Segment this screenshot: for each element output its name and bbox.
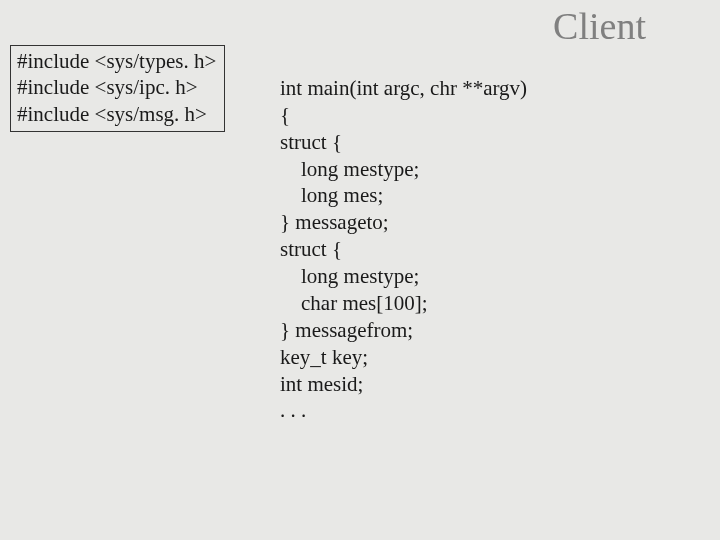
code-line: char mes[100]; [280, 291, 428, 315]
code-line: int mesid; [280, 372, 363, 396]
code-line: } messagefrom; [280, 318, 413, 342]
include-line: #include <sys/ipc. h> [17, 74, 216, 100]
code-line: key_t key; [280, 345, 368, 369]
slide-title: Client [553, 4, 646, 48]
include-line: #include <sys/msg. h> [17, 101, 216, 127]
code-line: struct { [280, 237, 342, 261]
code-line: { [280, 103, 290, 127]
code-line: struct { [280, 130, 342, 154]
code-line: . . . [280, 398, 306, 422]
include-line: #include <sys/types. h> [17, 48, 216, 74]
code-line: long mestype; [280, 264, 419, 288]
includes-box: #include <sys/types. h> #include <sys/ip… [10, 45, 225, 132]
code-line: } messageto; [280, 210, 389, 234]
code-line: long mestype; [280, 157, 419, 181]
code-line: int main(int argc, chr **argv) [280, 76, 527, 100]
code-line: long mes; [280, 183, 383, 207]
code-block: int main(int argc, chr **argv) { struct … [280, 48, 527, 424]
